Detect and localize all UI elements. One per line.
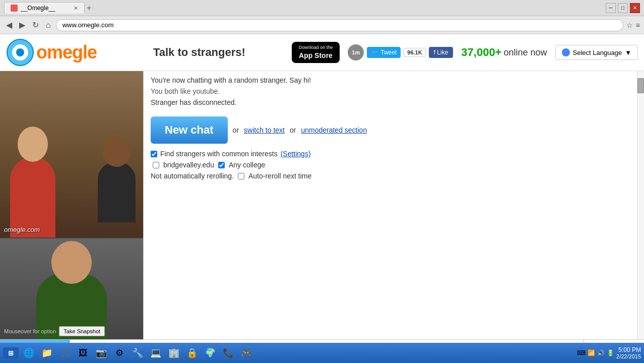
taskbar-tool2-icon[interactable]: 📷 — [93, 345, 109, 361]
chat-message-2: You both like youtube. — [151, 87, 630, 95]
settings-link[interactable]: (Settings) — [281, 150, 311, 158]
start-button[interactable]: ⊞ — [3, 347, 19, 359]
taskbar-time-display: 5:00 PM — [616, 346, 641, 353]
auto-reroll-checkbox[interactable] — [238, 173, 244, 179]
tweet-button[interactable]: 🐦 Tweet — [367, 47, 401, 58]
twitter-icon: 🐦 — [371, 49, 378, 56]
taskbar-clock[interactable]: 5:00 PM 2/22/2015 — [616, 346, 641, 359]
volume-icon[interactable]: 🔊 — [597, 349, 605, 356]
unmoderated-section-link[interactable]: unmoderated section — [301, 126, 367, 134]
scroll-thumb[interactable] — [637, 78, 644, 93]
person-silhouette-1 — [10, 157, 55, 237]
like-label: Like — [437, 49, 448, 56]
back-button[interactable]: ◀ — [4, 19, 14, 31]
tab-title: __Omegle__ — [21, 5, 55, 12]
auto-reroll-row: Not automatically rerolling. Auto-reroll… — [151, 172, 630, 180]
person-2-body — [98, 162, 136, 222]
any-college-label: Any college — [229, 161, 265, 169]
or-text-1: or — [233, 126, 239, 134]
forward-button[interactable]: ▶ — [17, 19, 27, 31]
app-store-big: App Store — [299, 51, 333, 60]
one-m-badge: 1m — [348, 44, 364, 60]
taskbar-tool6-icon[interactable]: 🏢 — [166, 345, 182, 361]
taskbar-skype-icon[interactable]: 📞 — [220, 345, 236, 361]
page-content: omegle Talk to strangers! Download on th… — [0, 34, 644, 343]
minimize-btn[interactable]: ─ — [606, 3, 616, 13]
logo-area: omegle — [6, 38, 97, 67]
not-auto-rerolling-label: Not automatically rerolling. — [151, 172, 234, 180]
tweet-count: 96.1K — [404, 48, 425, 57]
app-store-small: Download on the — [299, 45, 333, 51]
right-scrollbar[interactable] — [637, 71, 644, 339]
site-tagline: Talk to strangers! — [115, 46, 284, 59]
dropdown-icon: ▼ — [625, 49, 631, 56]
refresh-button[interactable]: ↻ — [30, 19, 41, 31]
or-text-2: or — [290, 126, 296, 134]
video-bottom-controls: Mouseover for option Take Snapshot — [0, 326, 143, 336]
taskbar: ⊞ 🌐 📁 🎵 🖼 📷 ⚙ 🔧 💻 🏢 🔒 🌍 📞 🎮 ⌨ 📶 🔊 🔋 5:00… — [0, 343, 644, 363]
network-icon[interactable]: 📶 — [588, 349, 595, 356]
keyboard-icon[interactable]: ⌨ — [577, 349, 586, 356]
browser-navbar: ◀ ▶ ↻ ⌂ ☆ ≡ — [0, 16, 644, 34]
new-tab-button[interactable]: + — [87, 4, 91, 13]
take-snapshot-button[interactable]: Take Snapshot — [59, 326, 105, 336]
logo-text: omegle — [36, 42, 97, 63]
svg-point-2 — [16, 48, 24, 56]
college-checkbox[interactable] — [153, 162, 159, 168]
social-area: 1m 🐦 Tweet 96.1K f Like — [348, 44, 453, 60]
select-language-label: Select Language — [573, 49, 622, 56]
chat-message-3: Stranger has disconnected. — [151, 98, 630, 106]
video-panel: omegle.com Mouseover for option Take Sna… — [0, 71, 144, 339]
taskbar-date-display: 2/22/2015 — [616, 353, 641, 359]
chat-panel: You're now chatting with a random strang… — [144, 71, 637, 339]
app-store-button[interactable]: Download on the App Store — [292, 42, 340, 63]
interests-checkbox[interactable] — [151, 151, 157, 157]
browser-tab[interactable]: __Omegle__ ✕ — [4, 2, 85, 14]
online-count-area: 37,000+ online now — [461, 46, 547, 59]
main-area: omegle.com Mouseover for option Take Sna… — [0, 71, 644, 339]
taskbar-ie-icon[interactable]: 🌐 — [21, 345, 37, 361]
auto-reroll-label: Auto-reroll next time — [248, 172, 311, 180]
switch-to-text-link[interactable]: switch to text — [244, 126, 285, 134]
taskbar-chrome-icon[interactable]: 🌍 — [202, 345, 218, 361]
menu-icon[interactable]: ≡ — [636, 21, 640, 29]
bookmark-icon[interactable]: ☆ — [626, 21, 633, 29]
close-btn[interactable]: ✕ — [630, 3, 640, 13]
person-head-1 — [18, 127, 48, 162]
tweet-label: Tweet — [380, 49, 397, 56]
home-button[interactable]: ⌂ — [44, 20, 53, 31]
taskbar-tool7-icon[interactable]: 🔒 — [184, 345, 200, 361]
any-college-checkbox[interactable] — [218, 162, 225, 168]
site-header: omegle Talk to strangers! Download on th… — [0, 34, 644, 71]
self-person-head — [51, 241, 92, 284]
video-watermark: omegle.com — [4, 226, 40, 233]
taskbar-game-icon[interactable]: 🎮 — [238, 345, 254, 361]
battery-icon[interactable]: 🔋 — [607, 349, 614, 356]
taskbar-sys-icons: ⌨ 📶 🔊 🔋 — [577, 349, 614, 356]
taskbar-tool3-icon[interactable]: ⚙ — [111, 345, 127, 361]
stranger-video: omegle.com — [0, 71, 143, 238]
college-row: bridgevalley.edu Any college — [151, 161, 630, 169]
taskbar-tool1-icon[interactable]: 🖼 — [75, 345, 91, 361]
self-video-display — [0, 238, 143, 339]
like-button[interactable]: f Like — [429, 47, 454, 58]
taskbar-tool5-icon[interactable]: 💻 — [148, 345, 164, 361]
new-chat-area: New chat or switch to text or unmoderate… — [151, 116, 630, 144]
self-video: Mouseover for option Take Snapshot — [0, 238, 143, 339]
tab-close-btn[interactable]: ✕ — [74, 5, 78, 12]
video-top-display — [0, 71, 143, 237]
college-value: bridgevalley.edu — [163, 161, 214, 169]
person-2-head — [103, 137, 131, 167]
address-bar[interactable] — [56, 19, 623, 31]
maximize-btn[interactable]: □ — [618, 3, 628, 13]
chat-message-1: You're now chatting with a random strang… — [151, 76, 630, 84]
taskbar-media-icon[interactable]: 🎵 — [57, 345, 73, 361]
new-chat-button[interactable]: New chat — [151, 116, 228, 144]
online-count: 37,000+ — [461, 46, 501, 59]
online-label: online now — [503, 47, 547, 58]
select-language-button[interactable]: Select Language ▼ — [555, 45, 638, 60]
taskbar-explorer-icon[interactable]: 📁 — [39, 345, 55, 361]
mouseover-label: Mouseover for option — [4, 328, 56, 334]
taskbar-tool4-icon[interactable]: 🔧 — [130, 345, 146, 361]
omegle-logo-icon — [6, 38, 34, 67]
